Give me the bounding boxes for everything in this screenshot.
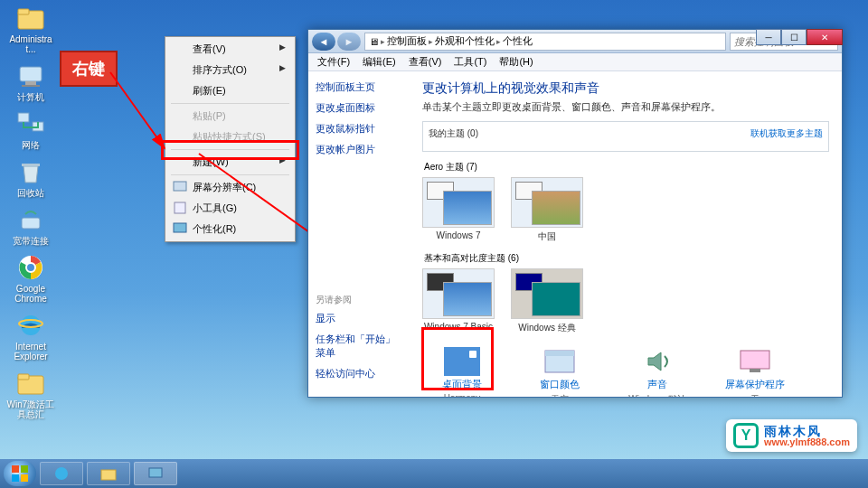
menu-tools[interactable]: 工具(T) xyxy=(448,53,492,70)
maximize-button[interactable]: ☐ xyxy=(781,29,807,45)
desktop-icons: Administrat... 计算机 网络 回收站 宽带连接 Google Ch… xyxy=(5,4,56,419)
menu-view[interactable]: 查看(V) xyxy=(403,53,448,70)
svg-rect-15 xyxy=(18,374,29,380)
theme-china[interactable]: 中国 xyxy=(511,177,583,243)
window-color-icon xyxy=(542,347,578,376)
folder-icon xyxy=(16,369,45,398)
svg-rect-26 xyxy=(750,369,760,372)
menu-paste-shortcut: 粘贴快捷方式(S) xyxy=(167,127,293,147)
desktop-icon-label: Win7激活工具总汇 xyxy=(5,399,56,419)
nav-back-button[interactable]: ◄ xyxy=(312,33,335,51)
svg-rect-27 xyxy=(12,465,19,473)
ie-icon xyxy=(16,311,45,340)
svg-rect-33 xyxy=(149,468,162,477)
desktop-icon-administrator[interactable]: Administrat... xyxy=(5,4,56,54)
page-heading: 更改计算机上的视觉效果和声音 xyxy=(422,80,829,97)
submenu-arrow-icon: ▶ xyxy=(279,155,286,164)
aero-themes: Windows 7 中国 xyxy=(422,177,829,243)
desktop-icon-computer[interactable]: 计算机 xyxy=(5,61,56,102)
submenu-arrow-icon: ▶ xyxy=(279,42,286,52)
theme-win7basic[interactable]: Windows 7 Basic xyxy=(422,268,495,334)
desktop-background-button[interactable]: 桌面背景 Harmony xyxy=(422,347,502,397)
taskbar-ie[interactable] xyxy=(40,462,83,485)
sidebar-change-pointer[interactable]: 更改鼠标指针 xyxy=(316,122,402,136)
close-button[interactable]: ✕ xyxy=(807,29,843,45)
svg-rect-25 xyxy=(741,351,769,369)
desktop-icon-ie[interactable]: Internet Explorer xyxy=(5,311,56,361)
chrome-icon xyxy=(16,253,45,282)
breadcrumb-icon: 🖥 xyxy=(369,36,379,47)
svg-rect-30 xyxy=(21,474,28,482)
watermark-logo-icon: Y xyxy=(733,423,759,448)
desktop-icon-label: 网络 xyxy=(22,140,40,150)
svg-rect-3 xyxy=(25,81,36,85)
taskbar-personalization[interactable] xyxy=(134,462,177,485)
menu-separator xyxy=(171,174,289,175)
menu-gadgets[interactable]: 小工具(G) xyxy=(167,198,293,219)
menu-refresh[interactable]: 刷新(E) xyxy=(167,80,293,101)
menu-view[interactable]: 查看(V)▶ xyxy=(167,39,293,60)
gadget-icon xyxy=(173,201,187,215)
menu-separator xyxy=(171,149,289,150)
svg-rect-7 xyxy=(22,164,40,166)
bottom-settings-row: 桌面背景 Harmony 窗口颜色 天空 声音 Windows 默认 屏幕保护程… xyxy=(422,347,829,397)
svg-line-19 xyxy=(110,72,165,148)
window-color-button[interactable]: 窗口颜色 天空 xyxy=(520,347,599,397)
start-button[interactable] xyxy=(4,461,36,486)
svg-rect-29 xyxy=(12,474,19,482)
svg-rect-32 xyxy=(101,470,116,480)
svg-rect-24 xyxy=(545,351,574,356)
theme-windows7[interactable]: Windows 7 xyxy=(422,177,495,243)
menu-new[interactable]: 新建(W)▶ xyxy=(167,152,293,173)
svg-rect-1 xyxy=(18,9,29,14)
svg-rect-4 xyxy=(22,85,40,87)
sounds-button[interactable]: 声音 Windows 默认 xyxy=(618,347,697,397)
screensaver-button[interactable]: 屏幕保护程序 无 xyxy=(715,347,795,397)
taskbar-explorer[interactable] xyxy=(87,462,130,485)
menu-personalize[interactable]: 个性化(R) xyxy=(167,219,293,239)
menu-sort[interactable]: 排序方式(O)▶ xyxy=(167,60,293,80)
theme-group-my: 我的主题 (0)联机获取更多主题 xyxy=(422,121,829,152)
desktop-icon-label: Internet Explorer xyxy=(14,342,47,361)
nav-forward-button[interactable]: ► xyxy=(337,33,361,51)
screensaver-icon xyxy=(737,347,773,376)
menu-file[interactable]: 文件(F) xyxy=(312,53,355,70)
basic-group-title: 基本和高对比度主题 (6) xyxy=(424,252,829,265)
sidebar-change-account[interactable]: 更改帐户图片 xyxy=(316,143,402,156)
get-more-themes-link[interactable]: 联机获取更多主题 xyxy=(750,127,823,140)
svg-rect-16 xyxy=(174,182,186,191)
menu-help[interactable]: 帮助(H) xyxy=(494,53,538,70)
windows-logo-icon xyxy=(11,465,29,483)
svg-rect-28 xyxy=(21,465,28,473)
sidebar-ease[interactable]: 轻松访问中心 xyxy=(316,367,402,380)
menu-resolution[interactable]: 屏幕分辨率(C) xyxy=(167,177,293,198)
watermark-name: 雨林木风 xyxy=(764,425,850,437)
sidebar-seealso-title: 另请参阅 xyxy=(316,294,402,306)
monitor-icon xyxy=(147,465,164,482)
svg-rect-22 xyxy=(469,351,476,358)
sidebar-change-icons[interactable]: 更改桌面图标 xyxy=(316,101,402,115)
sidebar: 控制面板主页 更改桌面图标 更改鼠标指针 更改帐户图片 另请参阅 显示 任务栏和… xyxy=(308,71,410,397)
desktop-icon-win7tool[interactable]: Win7激活工具总汇 xyxy=(5,369,56,419)
wallpaper-icon xyxy=(444,347,480,376)
sound-icon xyxy=(639,347,675,376)
desktop-icon-recyclebin[interactable]: 回收站 xyxy=(5,157,56,198)
desktop-icon-network[interactable]: 网络 xyxy=(5,109,56,150)
desktop-icon-chrome[interactable]: Google Chrome xyxy=(5,253,56,304)
sidebar-display[interactable]: 显示 xyxy=(316,312,402,325)
theme-classic[interactable]: Windows 经典 xyxy=(511,268,583,334)
annotation-rightclick-label: 右键 xyxy=(60,51,118,87)
desktop-icon-broadband[interactable]: 宽带连接 xyxy=(5,205,56,246)
sidebar-taskbar[interactable]: 任务栏和「开始」菜单 xyxy=(316,333,402,360)
desktop-icon-label: 回收站 xyxy=(17,188,44,198)
sidebar-home[interactable]: 控制面板主页 xyxy=(316,80,402,94)
desktop-icon-label: Google Chrome xyxy=(14,284,47,304)
svg-rect-17 xyxy=(175,202,185,213)
svg-rect-8 xyxy=(22,218,40,229)
svg-rect-2 xyxy=(20,67,42,81)
minimize-button[interactable]: ─ xyxy=(756,29,781,45)
breadcrumb[interactable]: 🖥 ▸ 控制面板 ▸ 外观和个性化 ▸ 个性化 xyxy=(364,33,726,51)
menu-edit[interactable]: 编辑(E) xyxy=(357,53,401,70)
network-icon xyxy=(16,109,45,138)
folder-icon xyxy=(16,4,45,33)
